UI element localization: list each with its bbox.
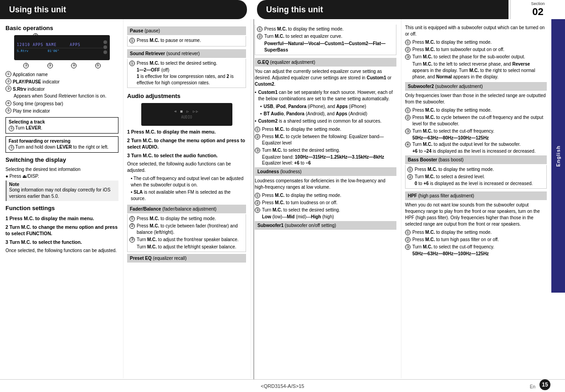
selecting-item: ① Turn LEVER. bbox=[9, 125, 115, 131]
header-right-title: Using this unit bbox=[266, 5, 323, 15]
label-1: ① Application name bbox=[5, 71, 118, 78]
note-box: Note Song information may not display co… bbox=[5, 181, 118, 201]
subwoofer-steps: ① Press M.C. to display the setting mode… bbox=[405, 39, 547, 80]
sound-retriever-content: ① Press M.C. to select the desired setti… bbox=[127, 59, 246, 88]
language-label: English bbox=[555, 145, 561, 167]
subwoofer-intro: This unit is equipped with a subwoofer o… bbox=[405, 25, 547, 37]
device-labels: ① Application name ② PLAY/PAUSE indicato… bbox=[5, 71, 118, 114]
device-image-area: ① 12810 APPS NAME APPS S.Rtrv 01'06" ② ③… bbox=[5, 35, 118, 68]
hpf-box: HPF (high pass filter adjustment) bbox=[405, 191, 547, 200]
section-box: Section 02 bbox=[510, 0, 565, 19]
audio-step3: 3 Turn M.C. to select the audio function… bbox=[127, 152, 246, 159]
main-content: Basic operations ① 12810 APPS NAME APPS … bbox=[0, 19, 551, 378]
fader-content: ① Press M.C. to display the setting mode… bbox=[127, 214, 246, 252]
preset-eq-content: ① Press M.C. to display the setting mode… bbox=[255, 25, 396, 55]
preset-eq-box: Preset EQ (equalizer recall) bbox=[127, 254, 246, 263]
header-right: Using this unit bbox=[257, 0, 508, 19]
audio-bullet2: SLA is not available when FM is selected… bbox=[131, 189, 246, 202]
audio-step2: 2 Turn M.C. to change the menu option an… bbox=[127, 137, 246, 150]
audio-step1: 1 Press M.C. to display the main menu. bbox=[127, 129, 246, 135]
fader-box: Fader/Balance (fader/balance adjustment) bbox=[127, 205, 246, 213]
subwoofer1-box: Subwoofer1 (subwoofer on/off setting) bbox=[255, 221, 396, 230]
header-left: Using this unit bbox=[0, 0, 247, 19]
audio-adjustments-title: Audio adjustments bbox=[127, 93, 246, 99]
fast-forward-item: ① Turn and hold down LEVER to the right … bbox=[9, 144, 115, 150]
page-number: 15 bbox=[539, 379, 550, 390]
loudness-intro: Loudness compensates for deficiencies in… bbox=[255, 178, 396, 191]
switching-display-text: Selecting the desired text information bbox=[5, 167, 118, 172]
audio-bullet1: The cut-off frequency and output level c… bbox=[131, 175, 246, 188]
hpf-steps: ① Press M.C. to display the setting mode… bbox=[405, 229, 547, 256]
left-column: Basic operations ① 12810 APPS NAME APPS … bbox=[0, 19, 123, 378]
bass-booster-content: ① Press M.C. to display the setting mode… bbox=[405, 165, 547, 189]
basic-operations-title: Basic operations bbox=[5, 25, 118, 31]
label-3: ③ S.Rtrv indicator bbox=[5, 86, 118, 93]
pause-content: ① Press M.C. to pause or resume. bbox=[127, 36, 246, 46]
func-step1: 1 Press M.C. to display the main menu. bbox=[5, 215, 118, 222]
label-5: ⑤ Play time indicator bbox=[5, 108, 118, 114]
mid-column: Pause (pause) ① Press M.C. to pause or r… bbox=[123, 19, 251, 378]
geq-bullets: • Custom1 can be set separately for each… bbox=[255, 89, 396, 124]
switching-display-title: Switching the display bbox=[5, 156, 118, 163]
header-left-title: Using this unit bbox=[9, 5, 66, 15]
language-sidebar: English bbox=[551, 19, 565, 293]
device-image: 12810 APPS NAME APPS S.Rtrv 01'06" bbox=[14, 35, 110, 60]
subwoofer2-steps: ① Press M.C. to display the setting mode… bbox=[405, 107, 547, 154]
label-4: ④ Song time (progress bar) bbox=[5, 100, 118, 107]
en-label: En bbox=[530, 384, 535, 389]
label-2: ② PLAY/PAUSE indicator bbox=[5, 78, 118, 85]
audio-step3-body: Once selected, the following audio funct… bbox=[127, 161, 246, 174]
note-title: Note bbox=[9, 182, 116, 187]
press-disp: ● Press ⏏/DISP. bbox=[5, 174, 118, 179]
func-step2: 2 Turn M.C. to change the menu option an… bbox=[5, 224, 118, 237]
geq-steps: ① Press M.C. to display the setting mode… bbox=[255, 126, 396, 165]
subwoofer2-intro: Only frequencies lower than those in the… bbox=[405, 93, 547, 105]
right-mid-column: ① Press M.C. to display the setting mode… bbox=[251, 19, 401, 378]
label-3-sub: Appears when Sound Retriever function is… bbox=[14, 93, 118, 99]
section-number: 02 bbox=[532, 6, 543, 18]
audio-image: ⊲ ■ ▷ ▷▷ AUDIO bbox=[141, 103, 232, 126]
sound-retriever-box: Sound Retriever (sound retriever) bbox=[127, 49, 246, 58]
right-column: This unit is equipped with a subwoofer o… bbox=[401, 19, 551, 378]
footer: <QRD3154-A/S>15 bbox=[0, 379, 565, 392]
section-label: Section bbox=[531, 1, 544, 6]
selecting-title: Selecting a track bbox=[9, 119, 115, 124]
func-step3-body: Once selected, the following functions c… bbox=[5, 248, 118, 254]
hpf-intro: When you do not want low sounds from the… bbox=[405, 202, 547, 227]
footer-model: <QRD3154-A/S>15 bbox=[261, 383, 304, 389]
function-settings-title: Function settings bbox=[5, 205, 118, 211]
geq-intro: You can adjust the currently selected eq… bbox=[255, 68, 396, 88]
fast-forward-title: Fast forwarding or reversing bbox=[9, 139, 115, 144]
func-step3: 3 Turn M.C. to select the function. bbox=[5, 239, 118, 246]
loudness-box: Loudness (loudness) bbox=[255, 167, 396, 176]
bass-booster-box: Bass Booster (bass boost) bbox=[405, 155, 547, 164]
subwoofer2-box: Subwoofer2 (subwoofer adjustment) bbox=[405, 82, 547, 91]
loudness-steps: ① Press M.C. to display the setting mode… bbox=[255, 192, 396, 219]
bottom-annots: ② ③ ④ ⑤ bbox=[14, 63, 110, 68]
fast-forward-box: Fast forwarding or reversing ① Turn and … bbox=[5, 136, 118, 153]
geq-box: G.EQ (equalizer adjustment) bbox=[255, 58, 396, 67]
selecting-box: Selecting a track ① Turn LEVER. bbox=[5, 117, 118, 134]
pause-box: Pause (pause) bbox=[127, 26, 246, 35]
note-text: Song information may not display correct… bbox=[9, 187, 116, 200]
